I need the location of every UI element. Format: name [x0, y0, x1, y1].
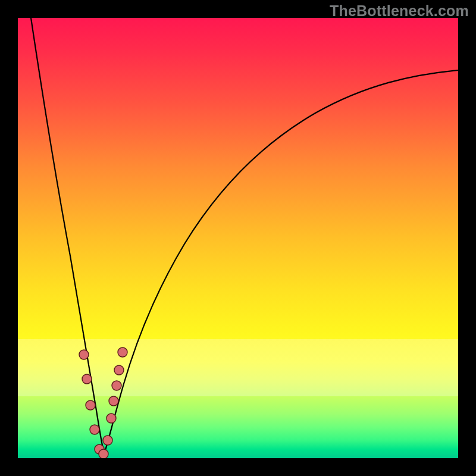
bottleneck-curve-left — [31, 18, 104, 454]
sample-point — [118, 347, 127, 357]
sample-point — [99, 449, 108, 458]
sample-point — [109, 396, 118, 406]
sample-point — [103, 436, 112, 445]
plot-area — [18, 18, 458, 458]
sample-point — [114, 365, 124, 375]
sample-point — [86, 400, 95, 410]
sample-point — [107, 414, 116, 423]
bottleneck-curve-right — [104, 70, 458, 454]
sample-point — [79, 350, 89, 359]
chart-frame: TheBottleneck.com — [0, 0, 476, 476]
watermark-text: TheBottleneck.com — [330, 2, 469, 20]
sample-point — [112, 381, 121, 390]
marker-group — [79, 347, 127, 458]
curve-layer — [18, 18, 458, 458]
sample-point — [90, 425, 99, 434]
sample-point — [82, 374, 92, 384]
